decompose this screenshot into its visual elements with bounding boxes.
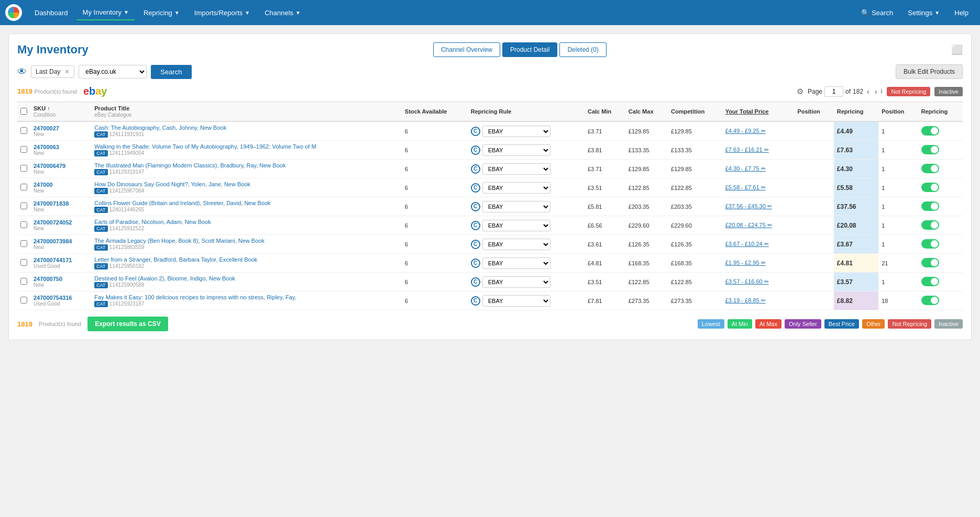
repricing-rule-select[interactable]: EBAY	[482, 276, 550, 288]
repricing-rule-select[interactable]: EBAY	[482, 257, 550, 269]
row-checkbox[interactable]	[20, 127, 27, 134]
repricing-toggle-cell	[918, 121, 963, 141]
product-title-link[interactable]: Cash: The Autobiography, Cash, Johnny, N…	[94, 125, 399, 131]
search-button[interactable]: Search	[151, 65, 191, 79]
stock-available: 6	[402, 121, 468, 141]
legend-badge-other[interactable]: Other	[862, 319, 885, 329]
product-title-link[interactable]: How Do Dinosaurs Say Good Night?, Yolen,…	[94, 181, 399, 187]
not-repricing-filter-button[interactable]: Not Repricing	[887, 87, 930, 96]
product-title-link[interactable]: The Armada Legacy (Ben Hope, Book 8), Sc…	[94, 238, 399, 244]
nav-item-repricing[interactable]: Repricing ▼	[137, 6, 186, 20]
repricing-rule-select[interactable]: EBAY	[482, 182, 550, 194]
repricing-rule-cell: CEBAY	[468, 254, 585, 273]
price-range-link[interactable]: £4.49 - £9.25 ✏	[725, 128, 766, 134]
repricing-rule-select[interactable]: EBAY	[482, 126, 550, 137]
calc-max: £126.35	[625, 235, 668, 254]
search-button[interactable]: 🔍 Search	[855, 6, 899, 20]
eye-icon[interactable]: 👁	[17, 66, 27, 77]
legend-badge-inactive[interactable]: Inactive	[934, 319, 963, 329]
price-range-link[interactable]: £7.63 - £16.21 ✏	[725, 147, 769, 153]
repricing-price: £37.56	[837, 203, 856, 210]
tab-deleted[interactable]: Deleted (0)	[559, 42, 606, 57]
nav-item-imports[interactable]: Imports/Reports ▼	[188, 6, 256, 20]
select-all-checkbox[interactable]	[20, 108, 27, 115]
repricing-toggle[interactable]	[921, 126, 939, 136]
nav-item-channels[interactable]: Channels ▼	[258, 6, 307, 20]
repricing-toggle[interactable]	[921, 239, 939, 249]
repricing-toggle[interactable]	[921, 296, 939, 305]
gear-icon[interactable]: ⚙	[797, 87, 803, 96]
product-title-link[interactable]: Collins Flower Guide (Britain and Irelan…	[94, 200, 399, 206]
inactive-filter-button[interactable]: Inactive	[934, 87, 963, 96]
legend-badge-lowest[interactable]: Lowest	[698, 319, 724, 329]
repricing-toggle[interactable]	[921, 277, 939, 286]
row-checkbox[interactable]	[20, 203, 27, 209]
your-total-price: £3.57 - £16.60 ✏	[722, 273, 795, 291]
nav-item-inventory[interactable]: My Inventory ▼	[76, 5, 135, 20]
bulk-edit-button[interactable]: Bulk Edit Products	[896, 64, 963, 79]
legend-badge-bestprice[interactable]: Best Price	[824, 319, 859, 329]
col-sku[interactable]: SKU ↑ Condition	[30, 102, 91, 122]
price-range-link[interactable]: £20.08 - £24.75 ✏	[725, 222, 772, 228]
settings-button[interactable]: Settings ▼	[901, 6, 946, 20]
row-checkbox[interactable]	[20, 165, 27, 172]
filter-tag-lastday[interactable]: Last Day ✕	[31, 65, 74, 78]
price-range-link[interactable]: £3.19 - £8.85 ✏	[725, 297, 766, 304]
legend-badge-atmin[interactable]: At Min	[728, 319, 752, 329]
product-title-link[interactable]: Destined to Feel (Avalon 2), Bloome, Ind…	[94, 275, 399, 282]
repricing-rule-select[interactable]: EBAY	[482, 220, 550, 231]
condition: New	[34, 188, 88, 194]
price-range-link[interactable]: £3.67 - £10.24 ✏	[725, 241, 769, 247]
repricing-rule-select[interactable]: EBAY	[482, 295, 550, 307]
tab-product-detail[interactable]: Product Detail	[502, 42, 557, 57]
row-checkbox[interactable]	[20, 278, 27, 285]
row-checkbox[interactable]	[20, 240, 27, 247]
repricing-toggle-cell	[918, 291, 963, 310]
product-title-link[interactable]: Fay Makes it Easy: 100 delicious recipes…	[94, 294, 399, 300]
tab-channel-overview[interactable]: Channel Overview	[433, 42, 500, 57]
monitor-icon[interactable]: ⬜	[951, 44, 963, 55]
repricing-rule-select[interactable]: EBAY	[482, 239, 550, 250]
repricing-toggle-cell	[918, 216, 963, 235]
prev-page-button[interactable]: ‹	[865, 87, 871, 96]
row-checkbox[interactable]	[20, 297, 27, 304]
row-checkbox[interactable]	[20, 146, 27, 153]
price-range-link[interactable]: £1.95 - £2.95 ✏	[725, 260, 766, 266]
repricing-rule-select[interactable]: EBAY	[482, 163, 550, 175]
calc-max: £122.85	[625, 178, 668, 197]
row-checkbox[interactable]	[20, 184, 27, 190]
repricing-toggle[interactable]	[921, 164, 939, 173]
product-title-link[interactable]: Letter from a Stranger, Bradford, Barbar…	[94, 256, 399, 263]
app-logo[interactable]	[5, 4, 22, 21]
page-input[interactable]	[824, 86, 843, 97]
repricing-rule-select[interactable]: EBAY	[482, 201, 550, 212]
repricing-toggle-cell	[918, 197, 963, 216]
repricing-toggle[interactable]	[921, 145, 939, 154]
price-range-link[interactable]: £5.58 - £7.61 ✏	[725, 184, 766, 190]
product-title-link[interactable]: The Illustrated Man (Flamingo Modern Cla…	[94, 162, 399, 168]
price-range-link[interactable]: £37.56 - £45.30 ✏	[725, 203, 772, 209]
repricing-toggle[interactable]	[921, 220, 939, 230]
channel-select[interactable]: eBay.co.uk eBay.com Amazon	[79, 65, 147, 78]
row-checkbox[interactable]	[20, 221, 27, 228]
repricing-rule-select[interactable]: EBAY	[482, 144, 550, 156]
legend-badge-atmax[interactable]: At Max	[755, 319, 781, 329]
repricing-toggle[interactable]	[921, 201, 939, 211]
remove-filter-icon[interactable]: ✕	[64, 68, 70, 75]
cat-id: 114125923187	[109, 301, 145, 307]
help-button[interactable]: Help	[948, 6, 975, 20]
product-title-link[interactable]: Earls of Paradise, Nicolson, Adam, New B…	[94, 219, 399, 225]
price-range-link[interactable]: £3.57 - £16.60 ✏	[725, 278, 769, 285]
product-title-link[interactable]: Walking in the Shade: Volume Two of My A…	[94, 143, 399, 150]
legend-badge-onlyseller[interactable]: Only Seller	[785, 319, 821, 329]
export-csv-button[interactable]: Export results as CSV	[87, 317, 168, 331]
nav-item-dashboard[interactable]: Dashboard	[28, 6, 74, 20]
row-checkbox[interactable]	[20, 259, 27, 266]
price-range-link[interactable]: £4.30 - £7.75 ✏	[725, 165, 766, 172]
condition: New	[34, 207, 88, 212]
position-left	[794, 235, 833, 254]
legend-badge-notrepricing[interactable]: Not Repricing	[888, 319, 931, 329]
repricing-toggle[interactable]	[921, 183, 939, 192]
repricing-toggle[interactable]	[921, 258, 939, 267]
next-page-button[interactable]: ›	[873, 87, 879, 96]
